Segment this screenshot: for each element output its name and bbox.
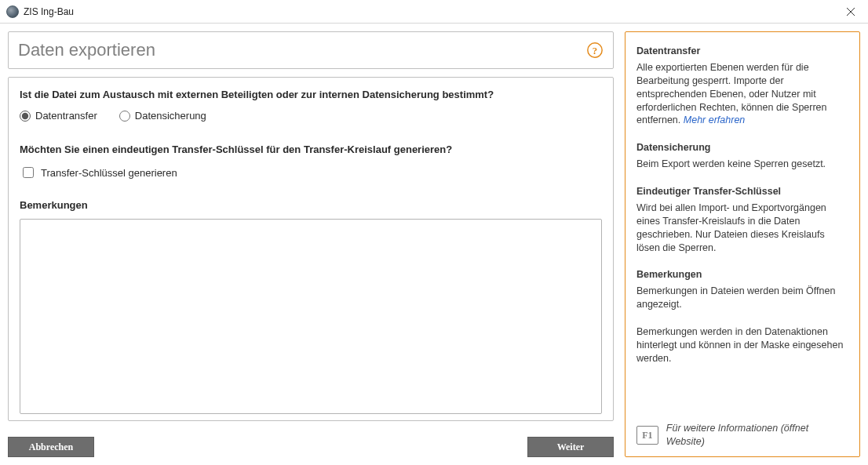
radio-datentransfer-label: Datentransfer xyxy=(35,110,97,122)
help-text: Beim Export werden keine Sperren gesetzt… xyxy=(636,158,848,171)
close-icon xyxy=(847,8,855,16)
radio-datensicherung-label: Datensicherung xyxy=(135,110,206,122)
radio-datensicherung[interactable] xyxy=(119,111,130,122)
help-title: Datentransfer xyxy=(636,45,848,58)
page-title: Daten exportieren xyxy=(18,40,586,60)
help-text: Alle exportierten Ebenen werden für die … xyxy=(636,61,848,127)
remarks-textarea[interactable] xyxy=(20,219,602,414)
help-section-datentransfer: Datentransfer Alle exportierten Ebenen w… xyxy=(636,45,848,127)
remarks-label: Bemerkungen xyxy=(20,199,602,211)
question-transfer-key: Möchten Sie einen eindeutigen Transfer-S… xyxy=(20,143,602,155)
checkbox-transfer-key[interactable] xyxy=(23,167,34,178)
help-section-transfer-key: Eindeutiger Transfer-Schlüssel Wird bei … xyxy=(636,185,848,254)
dialog-body: Daten exportieren ? Ist die Datei zum Au… xyxy=(0,24,868,465)
app-icon xyxy=(6,5,19,18)
help-icon: ? xyxy=(586,42,604,59)
checkbox-row-transfer-key[interactable]: Transfer-Schlüssel generieren xyxy=(20,165,602,180)
help-button[interactable]: ? xyxy=(586,42,604,59)
help-text: Wird bei allen Import- und Exportvorgäng… xyxy=(636,202,848,255)
f1-hint[interactable]: F1 Für weitere Informationen (öffnet Web… xyxy=(636,416,848,449)
window-title: ZIS Ing-Bau xyxy=(24,6,833,17)
left-column: Daten exportieren ? Ist die Datei zum Au… xyxy=(8,31,614,457)
help-title: Datensicherung xyxy=(636,141,848,154)
help-link-mehr-erfahren[interactable]: Mehr erfahren xyxy=(684,114,746,125)
checkbox-transfer-key-label: Transfer-Schlüssel generieren xyxy=(41,167,177,179)
f1-text: Für weitere Informationen (öffnet Websit… xyxy=(666,422,848,449)
button-row: Abbrechen Weiter xyxy=(8,437,614,457)
export-title-panel: Daten exportieren ? xyxy=(8,31,614,69)
help-section-bemerkungen-extra: Bemerkungen werden in den Datenaktionen … xyxy=(636,325,848,365)
question-file-purpose: Ist die Datei zum Austausch mit externen… xyxy=(20,89,602,100)
radio-datentransfer[interactable] xyxy=(20,111,31,122)
help-section-bemerkungen: Bemerkungen Bemerkungen in Dateien werde… xyxy=(636,268,848,311)
help-title: Eindeutiger Transfer-Schlüssel xyxy=(636,185,848,198)
help-panel: Datentransfer Alle exportierten Ebenen w… xyxy=(625,31,860,457)
help-section-datensicherung: Datensicherung Beim Export werden keine … xyxy=(636,141,848,171)
help-body: Datentransfer Alle exportierten Ebenen w… xyxy=(636,45,848,416)
help-text: Bemerkungen werden in den Datenaktionen … xyxy=(636,325,848,365)
next-button[interactable]: Weiter xyxy=(527,437,614,457)
form-panel: Ist die Datei zum Austausch mit externen… xyxy=(8,77,614,421)
help-text: Bemerkungen in Dateien werden beim Öffne… xyxy=(636,285,848,311)
close-button[interactable] xyxy=(833,0,868,24)
titlebar: ZIS Ing-Bau xyxy=(0,0,868,24)
radio-item-backup[interactable]: Datensicherung xyxy=(119,110,206,122)
help-title: Bemerkungen xyxy=(636,268,848,282)
radio-item-transfer[interactable]: Datentransfer xyxy=(20,110,97,122)
radio-group-purpose: Datentransfer Datensicherung xyxy=(20,110,602,122)
svg-text:?: ? xyxy=(593,45,597,56)
f1-badge: F1 xyxy=(636,426,658,445)
cancel-button[interactable]: Abbrechen xyxy=(8,437,94,457)
